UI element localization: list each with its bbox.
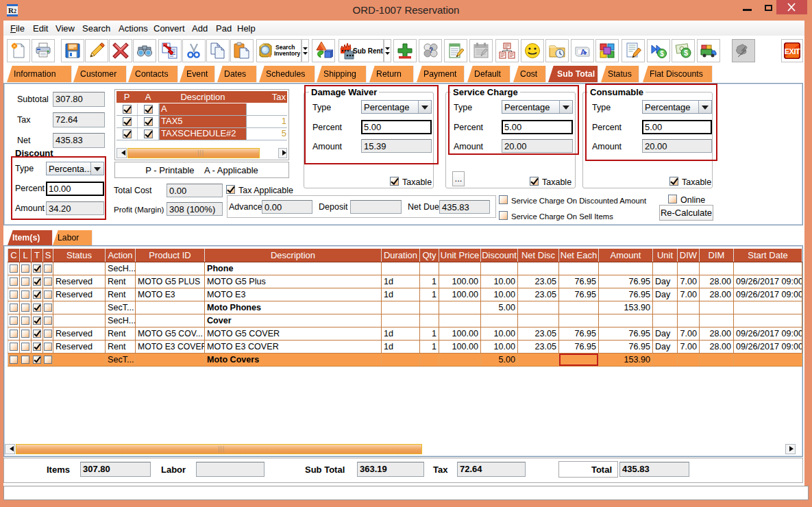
svg-text:$: $ (660, 50, 664, 58)
svg-text:EXIT: EXIT (785, 47, 800, 55)
svg-text:?: ? (429, 47, 433, 54)
svg-text:Inventory: Inventory (274, 50, 300, 57)
svg-text:$: $ (684, 49, 688, 57)
svg-text:Sub Rent: Sub Rent (353, 47, 383, 55)
